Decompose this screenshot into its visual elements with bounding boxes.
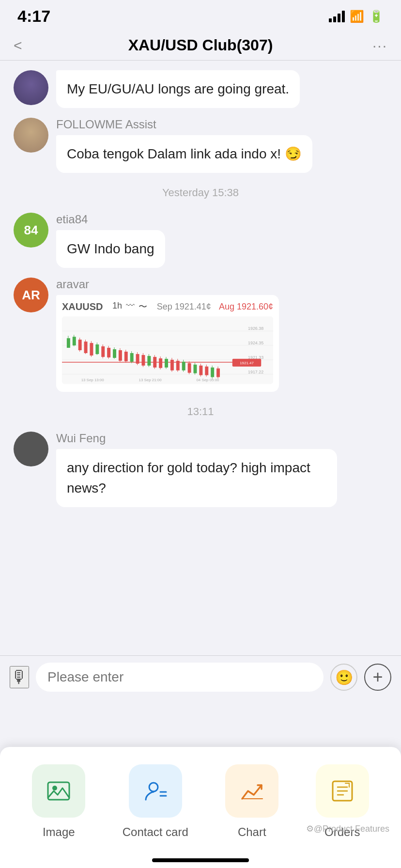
orders-icon xyxy=(329,777,356,805)
header: < XAU/USD Club(307) ··· xyxy=(0,31,401,61)
chart-timeframe[interactable]: 1h xyxy=(112,301,122,312)
sender-name: FOLLOWME Assist xyxy=(56,118,312,131)
chart-prices: Sep 1921.41¢ Aug 1921.60¢ xyxy=(157,302,273,312)
back-button[interactable]: < xyxy=(14,37,38,54)
svg-rect-54 xyxy=(194,365,197,373)
svg-rect-10 xyxy=(67,338,70,348)
svg-text:13 Sep 13:00: 13 Sep 13:00 xyxy=(81,378,105,382)
svg-text:1917.22: 1917.22 xyxy=(248,370,263,374)
message-bubble: any direction for gold today? high impac… xyxy=(56,449,337,507)
panel-action-chart[interactable]: Chart xyxy=(225,764,278,839)
chat-area: My EU/GU/AU longs are going great. FOLLO… xyxy=(0,61,401,517)
sender-name: aravar xyxy=(56,278,279,291)
panel-action-image[interactable]: Image xyxy=(32,764,85,839)
status-icons: 📶 🔋 xyxy=(329,10,384,23)
image-label: Image xyxy=(43,825,75,839)
message-bubble: GW Indo bang xyxy=(56,230,165,268)
timestamp: Yesterday 15:38 xyxy=(14,183,387,203)
contact-icon xyxy=(142,777,169,805)
svg-rect-42 xyxy=(159,358,162,368)
svg-rect-44 xyxy=(165,359,168,368)
mic-button[interactable]: 🎙 xyxy=(10,666,29,688)
svg-rect-0 xyxy=(62,317,273,384)
svg-rect-22 xyxy=(101,346,105,357)
panel-action-contact[interactable]: Contact card xyxy=(123,764,188,839)
svg-rect-36 xyxy=(141,355,145,366)
chart-symbol: XAUUSD xyxy=(62,301,103,312)
chart-candle-icon: 〜 xyxy=(139,301,147,312)
message-row: AR aravar XAUUSD 1h 〰 〜 Sep 1921.41¢ Aug… xyxy=(14,278,387,392)
svg-rect-30 xyxy=(124,352,128,361)
sender-name: etia84 xyxy=(56,213,165,226)
svg-rect-16 xyxy=(84,341,88,353)
status-bar: 4:17 📶 🔋 xyxy=(0,0,401,31)
bottom-panel: Image Contact card xyxy=(0,747,401,868)
chart-message[interactable]: XAUUSD 1h 〰 〜 Sep 1921.41¢ Aug 1921.60¢ xyxy=(56,295,279,392)
watermark: ⚙@Product Features xyxy=(306,823,389,834)
input-bar: 🎙 🙂 + xyxy=(0,655,401,698)
wifi-icon: 📶 xyxy=(350,10,364,23)
message-row: My EU/GU/AU longs are going great. xyxy=(14,70,387,108)
plus-button[interactable]: + xyxy=(364,664,391,691)
avatar xyxy=(14,118,48,153)
chat-title: XAU/USD Club(307) xyxy=(38,36,363,54)
image-icon-wrap xyxy=(32,764,85,818)
svg-rect-60 xyxy=(211,368,214,377)
chart-icon-wrap xyxy=(225,764,278,818)
chart-controls: 1h 〰 〜 xyxy=(112,301,147,312)
chart-icon xyxy=(238,777,265,805)
chart-label: Chart xyxy=(238,825,266,839)
avatar xyxy=(14,432,48,466)
svg-point-70 xyxy=(52,786,57,790)
svg-point-71 xyxy=(149,783,158,791)
message-row: Wui Feng any direction for gold today? h… xyxy=(14,432,387,507)
svg-rect-69 xyxy=(48,782,69,800)
emoji-button[interactable]: 🙂 xyxy=(330,664,357,691)
svg-text:1924.35: 1924.35 xyxy=(248,341,263,345)
home-indicator xyxy=(152,858,249,862)
chart-price-1: Sep 1921.41¢ xyxy=(157,302,211,312)
message-bubble: My EU/GU/AU longs are going great. xyxy=(56,70,300,108)
svg-text:1926.38: 1926.38 xyxy=(248,326,263,331)
image-icon xyxy=(45,777,72,805)
svg-text:1921.47: 1921.47 xyxy=(240,361,254,365)
chart-line-icon: 〰 xyxy=(126,301,135,312)
avatar: 84 xyxy=(14,213,48,248)
status-time: 4:17 xyxy=(17,7,50,26)
message-input[interactable] xyxy=(36,663,324,692)
contact-label: Contact card xyxy=(123,825,188,839)
svg-rect-12 xyxy=(73,337,76,345)
svg-rect-28 xyxy=(119,350,122,361)
bubble-container: etia84 GW Indo bang xyxy=(56,213,165,268)
sender-name: Wui Feng xyxy=(56,432,337,445)
bubble-container: Wui Feng any direction for gold today? h… xyxy=(56,432,337,507)
bubble-container: aravar XAUUSD 1h 〰 〜 Sep 1921.41¢ Aug 19… xyxy=(56,278,279,392)
candlestick-chart: 1926.38 1924.35 1921.33 1917.22 xyxy=(62,316,273,384)
svg-rect-50 xyxy=(182,362,185,371)
signal-icon xyxy=(329,11,345,22)
battery-icon: 🔋 xyxy=(369,10,384,23)
bubble-container: FOLLOWME Assist Coba tengok Dalam link a… xyxy=(56,118,312,173)
message-row: 84 etia84 GW Indo bang xyxy=(14,213,387,268)
message-row: FOLLOWME Assist Coba tengok Dalam link a… xyxy=(14,118,387,173)
svg-rect-18 xyxy=(90,343,93,356)
bubble-container: My EU/GU/AU longs are going great. xyxy=(56,70,300,108)
orders-icon-wrap xyxy=(316,764,369,818)
more-button[interactable]: ··· xyxy=(363,37,387,54)
timestamp: 13:11 xyxy=(14,402,387,422)
chart-price-2: Aug 1921.60¢ xyxy=(219,302,273,312)
svg-text:04 Sep 05:00: 04 Sep 05:00 xyxy=(196,378,219,382)
avatar xyxy=(14,70,48,105)
avatar: AR xyxy=(14,278,48,312)
svg-text:13 Sep 21:00: 13 Sep 21:00 xyxy=(139,378,162,382)
contact-icon-wrap xyxy=(129,764,182,818)
message-bubble: Coba tengok Dalam link ada indo x! 😏 xyxy=(56,135,312,173)
